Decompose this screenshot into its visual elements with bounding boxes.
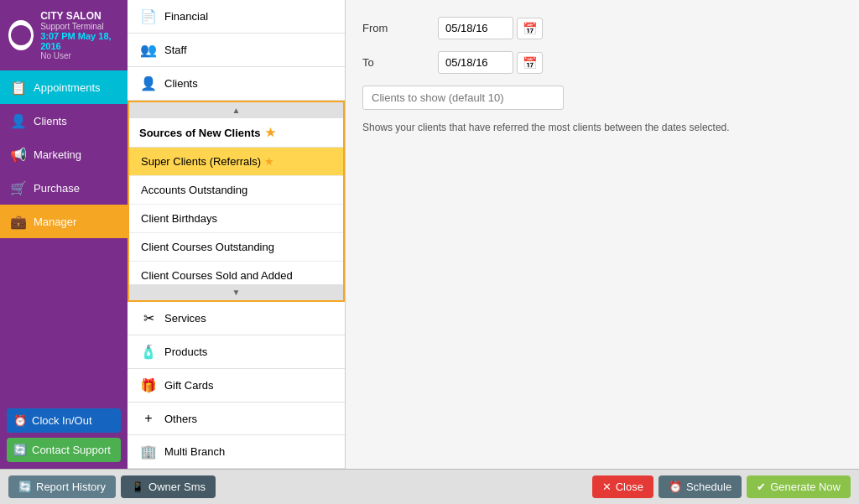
contact-support-button[interactable]: 🔄 Contact Support: [7, 438, 121, 462]
purchase-label: Purchase: [34, 182, 80, 195]
top-categories: 📄 Financial 👥 Staff 👤 Clients: [128, 0, 345, 101]
gift-cards-icon: 🎁: [139, 377, 158, 393]
submenu-list: Super Clients (Referrals) ★ Accounts Out…: [129, 148, 343, 284]
manager-label: Manager: [34, 216, 76, 228]
terminal-label: Support Terminal: [40, 22, 119, 31]
sidebar-item-marketing[interactable]: 📢 Marketing: [0, 138, 128, 171]
sidebar-bottom: ⏰ Clock In/Out 🔄 Contact Support: [0, 402, 128, 469]
from-calendar-button[interactable]: 📅: [517, 18, 543, 39]
clients-to-show-input[interactable]: [362, 86, 564, 110]
others-label: Others: [164, 413, 197, 425]
category-clients[interactable]: 👤 Clients: [128, 67, 345, 101]
submenu-header: Sources of New Clients ★: [129, 118, 343, 148]
to-row: To 📅: [362, 51, 842, 74]
to-label: To: [362, 56, 430, 69]
submenu-container: ▲ Sources of New Clients ★ Super Clients…: [128, 101, 345, 302]
super-clients-star-icon: ★: [264, 155, 274, 168]
manager-icon: 💼: [10, 213, 27, 230]
bottom-bar: 🔄 Report History 📱 Owner Sms ✕ Close ⏰ S…: [0, 469, 859, 504]
sidebar-item-manager[interactable]: 💼 Manager: [0, 205, 128, 238]
multi-branch-icon: 🏢: [139, 444, 158, 460]
current-user: No User: [40, 51, 119, 60]
sidebar-item-appointments[interactable]: 📋 Appointments: [0, 70, 128, 104]
clients-cat-icon: 👤: [139, 75, 158, 91]
salon-name: CITY SALON: [40, 10, 119, 22]
client-courses-outstanding-label: Client Courses Outstanding: [141, 241, 274, 253]
client-courses-sold-label: Client Courses Sold and Added: [141, 269, 293, 282]
scroll-down-arrow[interactable]: ▼: [129, 284, 343, 300]
clients-cat-label: Clients: [164, 77, 198, 90]
bottom-left-buttons: 🔄 Report History 📱 Owner Sms: [8, 475, 216, 498]
category-products[interactable]: 🧴 Products: [128, 335, 345, 369]
purchase-icon: 🛒: [10, 179, 27, 196]
bottom-right-buttons: ✕ Close ⏰ Schedule ✔ Generate Now: [592, 475, 851, 498]
category-others[interactable]: + Others: [128, 403, 345, 435]
current-time: 3:07 PM May 18, 2016: [40, 31, 119, 51]
to-date-input: 📅: [438, 51, 543, 74]
from-row: From 📅: [362, 17, 842, 39]
marketing-label: Marketing: [34, 148, 81, 161]
middle-panel: 📄 Financial 👥 Staff 👤 Clients ▲ Sources …: [128, 0, 346, 469]
financial-label: Financial: [164, 10, 208, 23]
others-icon: +: [139, 411, 158, 426]
sidebar: CITY SALON Support Terminal 3:07 PM May …: [0, 0, 128, 469]
schedule-button[interactable]: ⏰ Schedule: [659, 475, 742, 498]
sidebar-nav: 📋 Appointments 👤 Clients 📢 Marketing 🛒 P…: [0, 70, 128, 402]
staff-label: Staff: [164, 44, 187, 56]
submenu-item-super-clients[interactable]: Super Clients (Referrals) ★: [129, 148, 343, 176]
from-date-input: 📅: [438, 17, 543, 39]
clock-icon: ⏰: [13, 414, 27, 427]
right-panel: From 📅 To 📅 Shows your clients that have…: [346, 0, 859, 469]
report-history-icon: 🔄: [18, 481, 32, 493]
clients-icon: 👤: [10, 112, 27, 129]
super-clients-label: Super Clients (Referrals): [141, 155, 261, 168]
contact-icon: 🔄: [13, 444, 27, 456]
gift-cards-label: Gift Cards: [164, 379, 214, 392]
report-history-button[interactable]: 🔄 Report History: [8, 475, 116, 498]
close-icon: ✕: [602, 481, 612, 493]
schedule-icon: ⏰: [669, 481, 682, 493]
appointments-icon: 📋: [10, 79, 27, 96]
services-label: Services: [164, 312, 206, 325]
client-birthdays-label: Client Birthdays: [141, 212, 217, 225]
products-label: Products: [164, 346, 207, 358]
owner-sms-button[interactable]: 📱 Owner Sms: [121, 475, 216, 498]
category-financial[interactable]: 📄 Financial: [128, 0, 345, 34]
submenu-item-client-courses-outstanding[interactable]: Client Courses Outstanding: [129, 233, 343, 262]
lower-categories: ✂ Services 🧴 Products 🎁 Gift Cards + Oth…: [128, 302, 345, 469]
sidebar-header: CITY SALON Support Terminal 3:07 PM May …: [0, 0, 128, 70]
services-icon: ✂: [139, 310, 158, 326]
products-icon: 🧴: [139, 344, 158, 360]
sms-icon: 📱: [131, 481, 144, 493]
show-row: [362, 86, 842, 110]
from-date-field[interactable]: [438, 17, 513, 39]
marketing-icon: 📢: [10, 146, 27, 163]
submenu-header-label: Sources of New Clients: [139, 127, 260, 139]
category-services[interactable]: ✂ Services: [128, 302, 345, 335]
to-date-field[interactable]: [438, 51, 513, 74]
report-description: Shows your clients that have referred th…: [362, 122, 842, 133]
generate-icon: ✔: [757, 481, 766, 493]
from-label: From: [362, 22, 430, 34]
financial-icon: 📄: [139, 8, 158, 24]
staff-icon: 👥: [139, 42, 158, 58]
to-calendar-button[interactable]: 📅: [517, 52, 543, 74]
header-star-icon: ★: [265, 126, 276, 139]
sidebar-item-clients[interactable]: 👤 Clients: [0, 104, 128, 138]
submenu-item-client-birthdays[interactable]: Client Birthdays: [129, 205, 343, 233]
logo: [8, 20, 34, 50]
generate-now-button[interactable]: ✔ Generate Now: [747, 475, 851, 498]
clock-inout-button[interactable]: ⏰ Clock In/Out: [7, 408, 121, 433]
category-multi-branch[interactable]: 🏢 Multi Branch: [128, 435, 345, 469]
appointments-label: Appointments: [34, 81, 101, 94]
submenu-item-accounts-outstanding[interactable]: Accounts Outstanding: [129, 176, 343, 205]
close-button[interactable]: ✕ Close: [592, 475, 653, 498]
sidebar-item-purchase[interactable]: 🛒 Purchase: [0, 171, 128, 205]
submenu-item-client-courses-sold[interactable]: Client Courses Sold and Added: [129, 262, 343, 284]
category-staff[interactable]: 👥 Staff: [128, 34, 345, 67]
scroll-up-arrow[interactable]: ▲: [129, 102, 343, 118]
category-gift-cards[interactable]: 🎁 Gift Cards: [128, 369, 345, 403]
clients-label: Clients: [34, 115, 67, 127]
accounts-outstanding-label: Accounts Outstanding: [141, 184, 247, 196]
multi-branch-label: Multi Branch: [164, 445, 225, 458]
